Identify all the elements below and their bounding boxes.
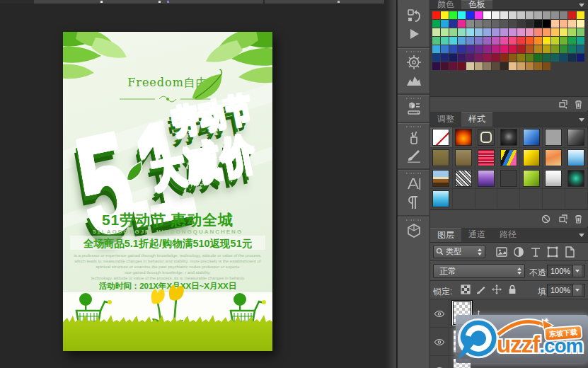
color-swatch[interactable] bbox=[483, 54, 491, 62]
color-swatch[interactable] bbox=[500, 54, 508, 62]
color-swatch[interactable] bbox=[492, 20, 500, 28]
color-swatch[interactable] bbox=[458, 54, 466, 62]
fill-dropdown-icon[interactable] bbox=[572, 284, 582, 296]
filter-smart-objects-icon[interactable] bbox=[563, 246, 576, 258]
style-item[interactable] bbox=[543, 127, 565, 148]
color-swatch[interactable] bbox=[517, 20, 525, 28]
color-swatch[interactable] bbox=[432, 37, 440, 45]
color-swatch[interactable] bbox=[492, 37, 500, 45]
color-swatch[interactable] bbox=[458, 45, 466, 53]
color-swatch[interactable] bbox=[500, 62, 508, 70]
tab-channels[interactable]: 通道 bbox=[461, 228, 492, 242]
color-swatch[interactable] bbox=[560, 28, 567, 36]
color-swatch[interactable] bbox=[568, 28, 576, 36]
opacity-dropdown-icon[interactable] bbox=[572, 265, 582, 277]
color-swatch[interactable] bbox=[500, 45, 508, 53]
color-swatch[interactable] bbox=[526, 20, 534, 28]
actions-panel-icon[interactable] bbox=[405, 25, 422, 42]
color-swatch[interactable] bbox=[526, 62, 534, 70]
layer-row[interactable] bbox=[430, 328, 588, 356]
color-swatch[interactable] bbox=[475, 54, 483, 62]
color-swatch[interactable] bbox=[500, 11, 508, 19]
brush-panel-icon[interactable] bbox=[405, 147, 422, 164]
style-item[interactable] bbox=[565, 168, 588, 189]
color-swatch[interactable] bbox=[534, 54, 542, 62]
color-swatch[interactable] bbox=[475, 37, 483, 45]
color-swatch[interactable] bbox=[466, 20, 474, 28]
color-swatch[interactable] bbox=[466, 62, 474, 70]
drag-grip[interactable] bbox=[406, 51, 422, 52]
color-swatch[interactable] bbox=[543, 28, 550, 36]
style-item[interactable] bbox=[453, 148, 475, 168]
style-item[interactable] bbox=[475, 168, 498, 189]
color-swatch[interactable] bbox=[441, 54, 449, 62]
opacity-value-box[interactable]: 100% bbox=[547, 265, 585, 277]
filter-adjustment-layers-icon[interactable] bbox=[512, 246, 525, 258]
color-swatch[interactable] bbox=[577, 11, 584, 19]
color-swatch[interactable] bbox=[449, 28, 457, 36]
style-item[interactable] bbox=[520, 148, 543, 168]
clear-style-icon[interactable] bbox=[541, 214, 551, 223]
color-swatch[interactable] bbox=[492, 54, 500, 62]
color-swatch[interactable] bbox=[543, 20, 550, 28]
layer-thumbnail[interactable] bbox=[454, 302, 471, 324]
layer-row[interactable]: t bbox=[430, 299, 588, 328]
color-swatch[interactable] bbox=[458, 37, 466, 45]
layer-thumbnail[interactable] bbox=[454, 330, 471, 352]
style-item[interactable] bbox=[453, 127, 475, 148]
filter-kind-dropdown[interactable]: 类型 bbox=[433, 245, 485, 258]
style-item[interactable] bbox=[430, 148, 453, 168]
histogram-panel-icon[interactable] bbox=[405, 72, 422, 89]
color-swatch[interactable] bbox=[441, 20, 449, 28]
color-swatch[interactable] bbox=[568, 37, 576, 45]
color-swatch[interactable] bbox=[466, 45, 474, 53]
color-swatch[interactable] bbox=[441, 11, 449, 19]
color-swatch[interactable] bbox=[449, 62, 457, 70]
delete-swatch-trash-icon[interactable] bbox=[573, 99, 584, 108]
color-swatch[interactable] bbox=[449, 45, 457, 53]
tab-layers[interactable]: 图层 bbox=[430, 228, 461, 242]
color-swatch[interactable] bbox=[509, 62, 517, 70]
color-swatch[interactable] bbox=[458, 11, 466, 19]
color-swatch[interactable] bbox=[432, 45, 440, 53]
tab-styles[interactable]: 样式 bbox=[461, 112, 492, 127]
layer-visibility-eye-icon[interactable] bbox=[430, 299, 449, 328]
3d-panel-icon[interactable] bbox=[405, 222, 422, 239]
color-swatch[interactable] bbox=[534, 20, 542, 28]
color-swatch[interactable] bbox=[466, 54, 474, 62]
lock-pixels-brush-icon[interactable] bbox=[475, 284, 487, 295]
color-swatch[interactable] bbox=[458, 28, 466, 36]
color-swatch[interactable] bbox=[466, 37, 474, 45]
color-swatch[interactable] bbox=[551, 28, 559, 36]
color-swatch[interactable] bbox=[526, 28, 534, 36]
layer-row[interactable] bbox=[430, 356, 588, 368]
color-swatch[interactable] bbox=[543, 37, 550, 45]
drag-grip[interactable] bbox=[406, 173, 422, 174]
color-swatch[interactable] bbox=[449, 20, 457, 28]
color-swatch[interactable] bbox=[543, 45, 550, 53]
color-swatch[interactable] bbox=[475, 11, 483, 19]
style-item[interactable] bbox=[565, 127, 588, 148]
color-swatch[interactable] bbox=[458, 20, 466, 28]
color-swatch[interactable] bbox=[543, 54, 550, 62]
color-swatch[interactable] bbox=[500, 28, 508, 36]
color-swatch[interactable] bbox=[432, 54, 440, 62]
color-swatch[interactable] bbox=[526, 45, 534, 53]
properties-panel-icon[interactable] bbox=[405, 100, 422, 117]
color-swatch[interactable] bbox=[534, 11, 542, 19]
color-swatch[interactable] bbox=[526, 11, 534, 19]
drag-grip[interactable] bbox=[406, 98, 422, 99]
color-swatch[interactable] bbox=[483, 28, 491, 36]
layer-visibility-eye-icon[interactable] bbox=[430, 356, 449, 368]
style-item[interactable] bbox=[475, 148, 498, 168]
tab-adjustments[interactable]: 调整 bbox=[430, 112, 461, 127]
color-swatch[interactable] bbox=[551, 54, 559, 62]
color-swatch[interactable] bbox=[500, 37, 508, 45]
color-swatch[interactable] bbox=[466, 11, 474, 19]
color-swatch[interactable] bbox=[509, 37, 517, 45]
color-swatch[interactable] bbox=[475, 20, 483, 28]
color-swatch[interactable] bbox=[568, 20, 576, 28]
color-swatch[interactable] bbox=[517, 45, 525, 53]
color-swatch[interactable] bbox=[449, 54, 457, 62]
panel-menu-icon[interactable] bbox=[579, 234, 584, 237]
